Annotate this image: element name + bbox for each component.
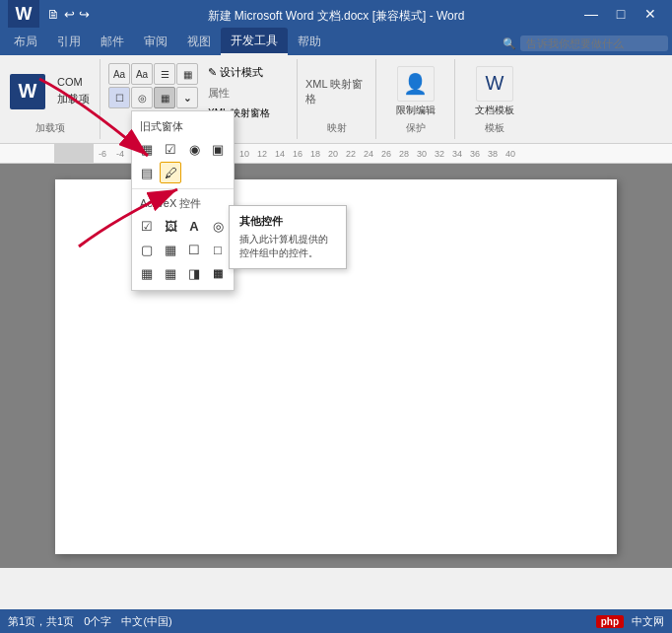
tab-buju[interactable]: 布局: [4, 28, 47, 55]
tooltip-box: 其他控件 插入此计算机提供的控件组中的控件。: [229, 205, 347, 269]
close-button[interactable]: ✕: [637, 4, 664, 24]
ctrl-btn-2[interactable]: Aa: [131, 63, 153, 85]
legacy-icon-4[interactable]: ▣: [207, 138, 229, 160]
status-bar: 第1页，共1页 0个字 中文(中国) php 中文网: [0, 609, 672, 633]
ctrl-btn-7[interactable]: ▦: [154, 87, 175, 108]
ribbon-btn-word[interactable]: W: [6, 72, 49, 111]
tab-kaifagongju[interactable]: 开发工具: [221, 28, 288, 55]
window-controls: — □ ✕: [577, 4, 664, 24]
ruler: -6 -4 -2 0 2 4 6 8 10 12 14 16 18 20 22 …: [0, 144, 672, 164]
tab-shitu[interactable]: 视图: [177, 28, 221, 55]
word-ribbon-icon: W: [10, 74, 45, 109]
legacy-section-label: 旧式窗体: [132, 115, 234, 136]
activex-icon-1[interactable]: ☑: [136, 215, 158, 237]
activex-icon-8[interactable]: □: [207, 239, 229, 260]
ribbon-group-jiazaixiang: W COM 加载项 加载项: [0, 59, 101, 139]
ribbon-group-muban: W 文档模板 模板: [455, 59, 534, 139]
activex-icon-7[interactable]: ☐: [183, 239, 205, 260]
tooltip-desc: 插入此计算机提供的控件组中的控件。: [239, 233, 336, 260]
legacy-icon-6[interactable]: 🖊: [160, 162, 181, 183]
legacy-icons-row: ▦ ☑ ◉ ▣ ▤ 🖊: [132, 136, 234, 185]
status-page: 第1页，共1页: [8, 614, 74, 629]
ribbon-group-baohu: 👤 限制编辑 保护: [376, 59, 455, 139]
activex-icon-5[interactable]: ▢: [136, 239, 158, 260]
properties-button[interactable]: 属性: [202, 84, 289, 103]
restrict-edit-icon: 👤: [397, 66, 435, 102]
dropdown-panel: 旧式窗体 ▦ ☑ ◉ ▣ ▤ 🖊 ActiveX 控件 ☑ 🖼 A ◎ ▢ ▦ …: [131, 110, 235, 291]
ctrl-btn-3[interactable]: ☰: [154, 63, 175, 85]
maximize-button[interactable]: □: [607, 4, 635, 24]
doc-template-icon: W: [476, 66, 513, 102]
legacy-icon-5[interactable]: ▤: [136, 162, 158, 183]
ribbon-btn-com[interactable]: COM: [53, 75, 94, 89]
activex-icon-9[interactable]: ▦: [136, 262, 158, 284]
activex-section-label: ActiveX 控件: [132, 192, 234, 213]
activex-icon-10[interactable]: ▦: [160, 262, 181, 284]
status-left: 第1页，共1页 0个字 中文(中国): [8, 614, 172, 629]
ctrl-btn-1[interactable]: Aa: [108, 63, 130, 85]
tab-bangzhu[interactable]: 帮助: [288, 28, 331, 55]
legacy-icon-3[interactable]: ◉: [183, 138, 205, 160]
tab-shengyue[interactable]: 审阅: [134, 28, 177, 55]
activex-icon-12[interactable]: ▦: [207, 262, 229, 284]
ctrl-btn-open[interactable]: ⌄: [176, 87, 198, 108]
ctrl-btn-4[interactable]: ▦: [176, 63, 198, 85]
php-badge: php: [596, 615, 624, 628]
group-label-jiazaixiang: 加载项: [35, 121, 65, 135]
legacy-icon-1[interactable]: ▦: [136, 138, 158, 160]
minimize-button[interactable]: —: [577, 4, 605, 24]
activex-icon-4[interactable]: ◎: [207, 215, 229, 237]
ribbon-btn-addins[interactable]: 加载项: [53, 91, 94, 107]
status-right: php 中文网: [596, 614, 664, 629]
ctrl-btn-5[interactable]: ☐: [108, 87, 130, 108]
group-label-muban: 模板: [485, 121, 504, 135]
dropdown-divider-1: [132, 188, 234, 189]
legacy-icon-2[interactable]: ☑: [160, 138, 181, 160]
ribbon-group-yingshe: XML 映射窗格 映射: [298, 59, 376, 139]
group-label-baohu: 保护: [406, 121, 426, 135]
ctrl-btn-6[interactable]: ◎: [131, 87, 153, 108]
group-label-yingshe: 映射: [327, 121, 347, 135]
site-label: 中文网: [632, 614, 664, 629]
word-icon: W: [8, 0, 39, 28]
status-lang: 中文(中国): [121, 614, 171, 629]
activex-icons-row: ☑ 🖼 A ◎ ▢ ▦ ☐ □ ▦ ▦ ◨ ▦: [132, 213, 234, 286]
tab-youjian[interactable]: 邮件: [91, 28, 134, 55]
activex-icon-3[interactable]: A: [183, 215, 205, 237]
activex-icon-6[interactable]: ▦: [160, 239, 181, 260]
activex-icon-2[interactable]: 🖼: [160, 215, 181, 237]
search-input[interactable]: [520, 35, 668, 51]
status-words: 0个字: [84, 614, 111, 629]
design-mode-button[interactable]: ✎ 设计模式: [202, 63, 289, 82]
tab-yinyong[interactable]: 引用: [47, 28, 91, 55]
tooltip-title: 其他控件: [239, 214, 336, 229]
activex-icon-11[interactable]: ◨: [183, 262, 205, 284]
window-title: 新建 Microsoft Word 文档.docx [兼容模式] - Word: [208, 8, 465, 25]
